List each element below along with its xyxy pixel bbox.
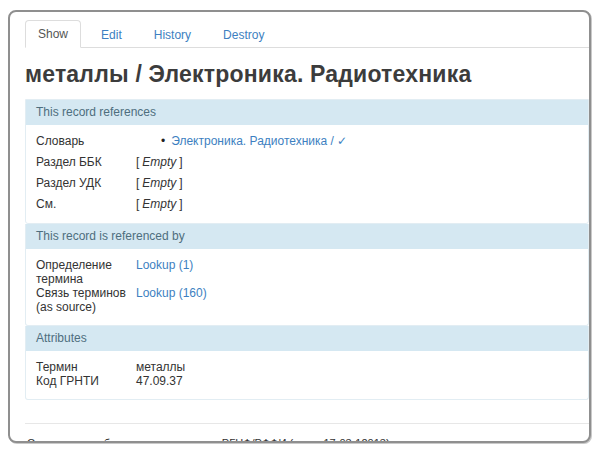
bracket: ]	[179, 176, 182, 190]
field-value: 47.09.37	[136, 374, 578, 388]
tab-history[interactable]: History	[142, 22, 203, 48]
empty-marker: Empty	[142, 155, 176, 169]
field-label: Термин	[36, 360, 136, 374]
field-row-slovar: Словарь •Электроника. Радиотехника /✓	[36, 134, 578, 149]
field-value-empty: [Empty]	[136, 155, 578, 170]
tab-edit[interactable]: Edit	[89, 22, 134, 48]
check-icon: ✓	[337, 134, 347, 148]
section-body: Определение термина Lookup (1) Связь тер…	[26, 249, 588, 325]
bracket: [	[136, 197, 139, 211]
field-row-grnti: Код ГРНТИ 47.09.37	[36, 374, 578, 388]
field-row-sm: См. [Empty]	[36, 197, 578, 212]
section-heading: Attributes	[26, 326, 588, 351]
dictionary-link[interactable]: Электроника. Радиотехника /✓	[171, 134, 347, 148]
empty-marker: Empty	[142, 176, 176, 190]
field-row-udk: Раздел УДК [Empty]	[36, 176, 578, 191]
field-row-definition: Определение термина Lookup (1)	[36, 258, 578, 286]
footer-note: Система разработана при поддержке РГНФ/Р…	[25, 437, 589, 443]
field-label: Определение термина	[36, 258, 136, 286]
section-body: Термин металлы Код ГРНТИ 47.09.37	[26, 351, 588, 399]
section-attributes: Attributes Термин металлы Код ГРНТИ 47.0…	[25, 326, 589, 400]
field-value: Lookup (160)	[136, 286, 578, 314]
field-row-term: Термин металлы	[36, 360, 578, 374]
divider	[25, 423, 589, 424]
tab-show[interactable]: Show	[25, 20, 81, 48]
bracket: ]	[179, 155, 182, 169]
tab-destroy[interactable]: Destroy	[211, 22, 276, 48]
field-value: Lookup (1)	[136, 258, 578, 286]
section-referenced-by: This record is referenced by Определение…	[25, 224, 589, 326]
section-body: Словарь •Электроника. Радиотехника /✓ Ра…	[26, 125, 588, 223]
field-label: Раздел УДК	[36, 176, 136, 191]
field-value-empty: [Empty]	[136, 176, 578, 191]
field-label: Код ГРНТИ	[36, 374, 136, 388]
page-title: металлы / Электроника. Радиотехника	[25, 61, 589, 88]
dictionary-link-label: Электроника. Радиотехника /	[171, 134, 334, 148]
field-label: См.	[36, 197, 136, 212]
field-label: Словарь	[36, 134, 136, 149]
field-value: •Электроника. Радиотехника /✓	[136, 134, 578, 149]
field-value: металлы	[136, 360, 578, 374]
field-label: Связь терминов (as source)	[36, 286, 136, 314]
page-content: Show Edit History Destroy металлы / Элек…	[10, 12, 589, 441]
tab-bar: Show Edit History Destroy	[25, 20, 589, 48]
window-frame: Show Edit History Destroy металлы / Элек…	[8, 10, 591, 443]
section-record-references: This record references Словарь •Электрон…	[25, 99, 589, 224]
field-row-term-links: Связь терминов (as source) Lookup (160)	[36, 286, 578, 314]
empty-marker: Empty	[142, 197, 176, 211]
field-label: Раздел ББК	[36, 155, 136, 170]
field-row-bbk: Раздел ББК [Empty]	[36, 155, 578, 170]
section-heading: This record references	[26, 100, 588, 125]
field-value-empty: [Empty]	[136, 197, 578, 212]
bullet-icon: •	[161, 134, 165, 148]
lookup-definition-link[interactable]: Lookup (1)	[136, 258, 193, 272]
lookup-term-links-link[interactable]: Lookup (160)	[136, 286, 207, 300]
bracket: [	[136, 176, 139, 190]
section-heading: This record is referenced by	[26, 224, 588, 249]
bracket: ]	[179, 197, 182, 211]
bracket: [	[136, 155, 139, 169]
